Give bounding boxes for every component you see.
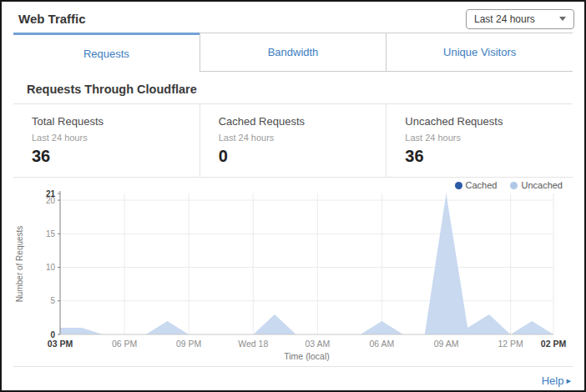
tab-unique-visitors[interactable]: Unique Visitors <box>386 33 573 72</box>
stat-label: Cached Requests <box>219 115 386 128</box>
time-range-value: Last 24 hours <box>474 13 535 25</box>
requests-chart: CachedUncached 051015202103 PM06 PM09 PM… <box>13 178 573 366</box>
tab-requests-label: Requests <box>83 48 129 60</box>
series-area-uncached <box>60 193 553 334</box>
area-chart-canvas: 051015202103 PM06 PM09 PMWed 1803 AM06 A… <box>13 178 576 366</box>
svg-text:03 PM: 03 PM <box>48 339 73 349</box>
svg-text:09 AM: 09 AM <box>434 339 459 349</box>
page-title: Web Traffic <box>18 12 86 26</box>
stat-value: 0 <box>219 147 386 166</box>
chart-legend: CachedUncached <box>455 180 563 190</box>
svg-text:06 AM: 06 AM <box>370 339 395 349</box>
stat-value: 36 <box>405 147 573 166</box>
svg-text:03 AM: 03 AM <box>305 339 330 349</box>
legend-dot-cached <box>455 182 462 189</box>
stat-cached-requests: Cached Requests Last 24 hours 0 <box>200 104 386 177</box>
time-range-dropdown[interactable]: Last 24 hours <box>466 9 574 29</box>
stats-row: Total Requests Last 24 hours 36 Cached R… <box>13 104 573 178</box>
tab-bandwidth-label: Bandwidth <box>268 46 319 58</box>
tab-bar: Requests Bandwidth Unique Visitors <box>13 33 573 72</box>
tab-bandwidth[interactable]: Bandwidth <box>200 33 386 72</box>
legend-dot-uncached <box>510 182 518 189</box>
svg-text:02 PM: 02 PM <box>541 339 567 349</box>
stat-total-requests: Total Requests Last 24 hours 36 <box>13 104 200 177</box>
stat-period: Last 24 hours <box>32 133 200 143</box>
stat-period: Last 24 hours <box>405 133 573 143</box>
help-link[interactable]: Help ▸ <box>542 374 571 387</box>
section-heading: Requests Through Cloudflare <box>13 72 573 104</box>
svg-text:21: 21 <box>46 189 56 199</box>
panel-header: Web Traffic Last 24 hours <box>2 2 584 33</box>
stat-label: Total Requests <box>32 115 200 128</box>
web-traffic-panel: Web Traffic Last 24 hours Requests Bandw… <box>0 0 586 392</box>
svg-text:09 PM: 09 PM <box>176 339 201 349</box>
stat-value: 36 <box>32 147 200 166</box>
svg-text:Wed 18: Wed 18 <box>238 339 268 349</box>
stat-period: Last 24 hours <box>219 133 386 143</box>
legend-label: Uncached <box>521 180 563 190</box>
help-label: Help <box>542 374 564 387</box>
svg-text:12 PM: 12 PM <box>498 339 523 349</box>
tab-unique-visitors-label: Unique Visitors <box>443 46 516 58</box>
svg-text:Time (local): Time (local) <box>284 351 329 361</box>
svg-text:10: 10 <box>46 263 56 272</box>
legend-item-uncached[interactable]: Uncached <box>510 180 563 190</box>
svg-text:5: 5 <box>50 296 55 305</box>
y-axis-title: Number of Requests <box>15 226 24 303</box>
chevron-down-icon <box>559 17 566 21</box>
arrow-right-icon: ▸ <box>566 375 571 386</box>
svg-text:15: 15 <box>46 229 56 239</box>
legend-item-cached[interactable]: Cached <box>455 180 498 190</box>
stat-label: Uncached Requests <box>405 115 573 128</box>
panel-footer: Help ▸ <box>13 366 573 387</box>
stat-uncached-requests: Uncached Requests Last 24 hours 36 <box>386 104 573 177</box>
tab-requests[interactable]: Requests <box>13 33 200 72</box>
svg-text:06 PM: 06 PM <box>112 339 137 349</box>
svg-text:0: 0 <box>50 330 55 339</box>
legend-label: Cached <box>466 180 498 190</box>
